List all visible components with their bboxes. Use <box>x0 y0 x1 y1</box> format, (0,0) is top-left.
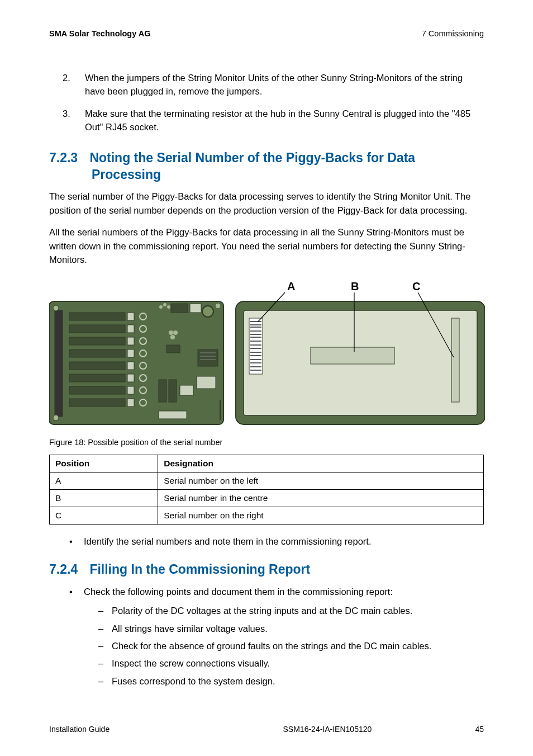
dash-item: – Inspect the screw connections visually… <box>98 656 484 670</box>
bullet-list: • Identify the serial numbers and note t… <box>69 535 484 549</box>
dash-item: – Fuses correspond to the system design. <box>98 674 484 688</box>
dash-text: Check for the absence of ground faults o… <box>112 639 431 653</box>
svg-point-31 <box>167 305 170 309</box>
svg-rect-33 <box>190 304 201 313</box>
item-text: When the jumpers of the String Monitor U… <box>85 72 484 98</box>
cell-designation: Serial number on the left <box>158 472 484 490</box>
svg-point-37 <box>173 330 178 335</box>
svg-rect-13 <box>127 337 134 345</box>
table-row: C Serial number on the right <box>50 507 484 525</box>
figure-18: A B C <box>49 279 484 430</box>
svg-point-36 <box>169 330 173 335</box>
svg-rect-39 <box>166 345 180 353</box>
svg-rect-15 <box>127 362 134 370</box>
paragraph: All the serial numbers of the Piggy-Back… <box>49 225 484 267</box>
dash-text: Inspect the screw connections visually. <box>112 656 270 670</box>
footer-page-number: 45 <box>475 725 484 734</box>
svg-rect-6 <box>69 349 125 357</box>
figure-caption: Figure 18: Possible position of the seri… <box>49 438 484 447</box>
figure-label-c: C <box>412 280 420 292</box>
dash-text: All strings have similar voltage values. <box>112 621 268 636</box>
svg-rect-18 <box>127 399 134 407</box>
bullet-icon: • <box>69 585 84 599</box>
numbered-list-continuing: 2. When the jumpers of the String Monito… <box>63 72 484 134</box>
bullet-text: Check the following points and document … <box>84 585 393 599</box>
svg-point-34 <box>202 306 213 317</box>
dash-icon: – <box>98 674 112 688</box>
svg-rect-42 <box>169 380 177 402</box>
cell-designation: Serial number in the centre <box>158 490 484 507</box>
dash-item: – Polarity of the DC voltages at the str… <box>98 603 484 618</box>
svg-rect-14 <box>127 349 134 357</box>
svg-rect-68 <box>311 347 394 364</box>
svg-rect-2 <box>64 310 69 417</box>
svg-rect-3 <box>69 313 125 320</box>
table-row: A Serial number on the left <box>50 472 484 490</box>
bullet-list: • Check the following points and documen… <box>69 585 484 599</box>
page-footer: Installation Guide SSM16-24-IA-IEN105120… <box>49 725 484 734</box>
svg-rect-4 <box>69 325 125 333</box>
header-section: 7 Commissioning <box>422 29 484 38</box>
svg-rect-32 <box>171 304 188 313</box>
section-title: Filling In the Commissioning Report <box>89 562 310 577</box>
bullet-item: • Check the following points and documen… <box>69 585 484 599</box>
svg-rect-43 <box>180 385 193 395</box>
item-text: Make sure that the terminating resistor … <box>85 107 484 134</box>
svg-rect-5 <box>69 337 125 345</box>
svg-rect-10 <box>69 399 125 407</box>
page-header: SMA Solar Technology AG 7 Commissioning <box>49 29 484 38</box>
col-header-designation: Designation <box>158 455 484 472</box>
dash-icon: – <box>98 621 112 636</box>
section-number: 7.2.4 <box>49 561 86 578</box>
section-title-line1: Noting the Serial Number of the Piggy-Ba… <box>89 150 415 165</box>
dash-icon: – <box>98 656 112 670</box>
col-header-position: Position <box>50 455 158 472</box>
svg-point-35 <box>216 304 220 308</box>
cell-designation: Serial number on the right <box>158 507 484 525</box>
svg-rect-41 <box>159 380 166 402</box>
figure-label-b: B <box>351 280 359 292</box>
dash-icon: – <box>98 639 112 653</box>
svg-rect-11 <box>127 313 134 320</box>
serial-number-position-diagram: A B C <box>49 279 485 430</box>
item-number: 2. <box>63 72 85 98</box>
figure-label-a: A <box>287 280 295 292</box>
footer-left: Installation Guide <box>49 725 110 734</box>
dash-text: Polarity of the DC voltages at the strin… <box>112 603 412 618</box>
section-heading-724: 7.2.4 Filling In the Commissioning Repor… <box>49 561 484 578</box>
svg-rect-69 <box>451 318 459 402</box>
table-row: B Serial number in the centre <box>50 490 484 507</box>
dash-item: – Check for the absence of ground faults… <box>98 639 484 653</box>
footer-center: SSM16-24-IA-IEN105120 <box>283 725 372 734</box>
svg-rect-40 <box>197 376 216 389</box>
svg-point-38 <box>170 335 175 339</box>
svg-point-29 <box>159 305 163 309</box>
svg-rect-1 <box>55 310 63 417</box>
dash-list: – Polarity of the DC voltages at the str… <box>98 603 484 688</box>
svg-rect-12 <box>127 325 134 333</box>
section-heading-723: 7.2.3 Noting the Serial Number of the Pi… <box>49 150 484 183</box>
svg-rect-45 <box>198 349 218 366</box>
svg-rect-52 <box>249 318 263 374</box>
svg-rect-44 <box>159 411 187 419</box>
svg-point-28 <box>53 415 59 420</box>
svg-point-30 <box>163 303 166 306</box>
cell-position: A <box>50 472 158 490</box>
svg-rect-8 <box>69 374 125 382</box>
svg-rect-7 <box>69 362 125 370</box>
item-number: 3. <box>63 107 85 134</box>
cell-position: B <box>50 490 158 507</box>
bullet-text: Identify the serial numbers and note the… <box>84 535 372 549</box>
paragraph: The serial number of the Piggy-Backs for… <box>49 190 484 218</box>
list-item: 3. Make sure that the terminating resist… <box>63 107 484 134</box>
header-company: SMA Solar Technology AG <box>49 29 151 38</box>
list-item: 2. When the jumpers of the String Monito… <box>63 72 484 98</box>
cell-position: C <box>50 507 158 525</box>
position-table: Position Designation A Serial number on … <box>49 455 484 525</box>
svg-rect-9 <box>69 386 125 394</box>
svg-point-27 <box>53 305 59 311</box>
svg-rect-16 <box>127 374 134 382</box>
dash-icon: – <box>98 603 112 618</box>
svg-rect-17 <box>127 386 134 394</box>
dash-text: Fuses correspond to the system design. <box>112 674 275 688</box>
